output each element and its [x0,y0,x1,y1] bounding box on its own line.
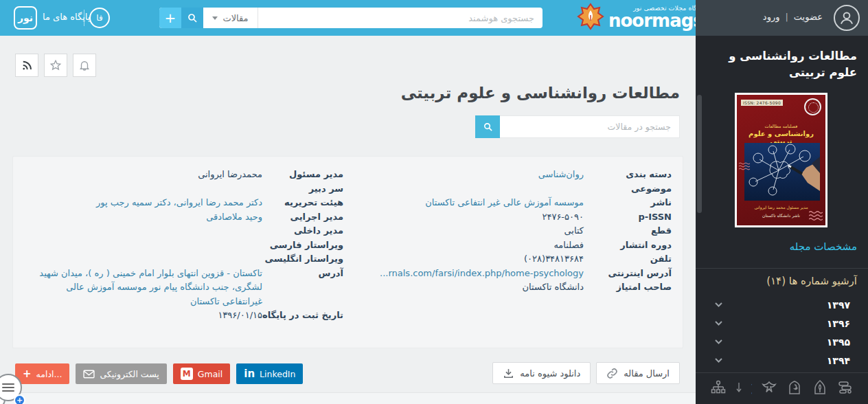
download-guide-button[interactable]: دانلود شیوه نامه [492,362,591,384]
bird-emblem-icon[interactable] [761,379,777,396]
detail-row: ویراستار انگلیسی [24,252,343,267]
detail-row: آدرستاکستان - قزوین انتهای بلوار امام خم… [24,267,343,309]
detail-value-link[interactable]: دکتر محمد رضا ایروانی، دکتر سمیه رجب پور [96,196,262,210]
gmail-icon: M [181,368,193,380]
article-search-bar [475,115,680,138]
notifications-button[interactable] [73,54,96,77]
account-links: ورود | عضویت [763,12,823,22]
wave-ornament-icon [809,210,823,221]
noormags-star-icon [577,3,604,30]
detail-row: ناشرموسسه آموزش عالی غیر انتفاعی تاکستان [343,196,672,210]
favorite-button[interactable] [44,54,67,77]
press-stack-icon[interactable] [837,379,854,396]
language-label: فا [96,13,102,23]
detail-label: سر دبیر [262,182,343,197]
article-search-input[interactable] [500,115,680,138]
sidebar-item-journal-specs[interactable]: مشخصات مجله [790,240,857,253]
hierarchy-icon[interactable] [710,379,727,396]
sidebar-divider [696,268,868,269]
manuscript-arch-icon[interactable] [786,379,803,396]
brand-wordmark: noormags [608,12,703,30]
cover-photo [744,143,820,201]
page: نور پایگاه های ما فا + مقالات پایگاه مجل… [0,0,868,404]
address-link[interactable]: تاکستان - قزوین انتهای بلوار امام خمینی … [25,267,262,309]
archive-year-1396[interactable]: ۱۳۹۶ [696,314,868,333]
sidebar-journal-title: مطالعات روانشناسی و علوم تربیتی [696,36,868,81]
noor-logo-icon[interactable]: نور [14,6,37,30]
chevron-down-icon [715,302,722,307]
noormags-brand[interactable]: پایگاه مجلات تخصصی نور noormags [577,3,703,30]
search-icon [483,122,493,132]
svg-text:الف: الف [751,381,752,387]
signup-link[interactable]: عضویت [794,12,823,22]
detail-row: هیئت تحریریهدکتر محمد رضا ایروانی، دکتر … [24,196,343,210]
article-search-button[interactable] [475,115,500,138]
login-link[interactable]: ورود [763,12,780,22]
detail-row: دسته بندی موضوعیروان‌شناسی [343,168,672,196]
download-icon [503,368,514,379]
user-avatar[interactable] [834,5,860,31]
cover-manager-line: مدیر مسئول محمد رضا ایروانی [737,205,825,210]
journal-website-link[interactable]: ...rnals.com/farsi/index.php/home-psycho… [380,267,584,281]
detail-label: ویراستار انگلیسی [262,252,343,267]
svg-text:ی: ی [751,388,752,395]
footer-divider [0,392,696,404]
chevron-down-icon [715,321,722,326]
pen-dome-icon[interactable] [812,379,828,396]
share-gmail-button[interactable]: M Gmail [173,363,230,384]
rss-icon [21,59,33,71]
noor-products-bar: الفی [696,379,868,396]
wave-ornament-icon [739,162,750,172]
sidebar-scrollbar[interactable] [697,95,702,213]
detail-value: محمدرضا ایروانی [198,168,262,182]
year-label: ۱۳۹۴ [827,355,850,366]
cover-issn: ISSN: 2476-5090 [741,100,783,106]
person-icon [838,9,856,27]
chevron-down-icon [715,339,722,344]
search-button[interactable] [181,8,203,28]
detail-label: هیئت تحریریه [262,196,343,210]
share-email-button[interactable]: پست الکترونیکی [76,363,166,384]
detail-value-link[interactable]: روان‌شناسی [538,168,584,182]
archive-year-1397[interactable]: ۱۳۹۷ [696,295,868,314]
detail-label: مدیر مسئول [262,168,343,182]
submit-article-button[interactable]: ارسال مقاله [596,362,680,384]
archive-year-1395[interactable]: ۱۳۹۵ [696,333,868,351]
language-toggle[interactable]: فا [89,8,110,28]
year-label: ۱۳۹۶ [827,318,850,329]
submit-article-label: ارسال مقاله [624,368,670,379]
detail-value: کتابی [564,224,584,238]
journal-cover[interactable]: ISSN: 2476-5090 فصلنامه مطالعات روانشناس… [735,93,827,227]
archive-year-1394[interactable]: ۱۳۹۴ [696,351,868,370]
share-linkedin-button[interactable]: in LinkedIn [236,363,303,384]
detail-label: آدرس [262,267,343,281]
header-search-input[interactable] [258,8,542,28]
detail-value-link[interactable]: وحید ملاصادقی [206,210,262,225]
detail-value-link[interactable]: موسسه آموزش عالی غیر انتفاعی تاکستان [425,196,584,210]
advanced-search-button[interactable]: + [159,8,181,28]
feedback-widget[interactable]: + [0,371,43,404]
bell-icon [78,59,91,71]
details-column-left: مدیر مسئولمحمدرضا ایروانی سر دبیر هیئت ت… [24,168,343,337]
detail-row: تاریخ ثبت در پایگاه۱۳۹۶/۰۱/۱۵ [24,308,343,323]
rss-button[interactable] [15,54,38,77]
archive-header[interactable]: آرشیو شماره ها (۱۴) [766,275,857,287]
envelope-icon [83,370,95,379]
sidebar-divider [696,372,868,373]
detail-label: مدیر داخلی [262,224,343,238]
detail-row: مدیر داخلی [24,224,343,238]
share-email-label: پست الکترونیکی [100,369,159,379]
detail-label: دسته بندی موضوعی [584,168,672,196]
search-scope-dropdown[interactable]: مقالات [203,8,258,28]
detail-row: دوره انتشارفصلنامه [343,238,672,253]
detail-label: آدرس اینترنتی [584,267,672,281]
detail-row: قطعکتابی [343,224,672,238]
our-sites-link[interactable]: پایگاه های ما [43,12,90,22]
detail-row: ویراستار فارسی [24,238,343,253]
header-search-bar: + مقالات [159,8,542,28]
detail-label: دوره انتشار [584,238,672,253]
alphabet-sort-icon[interactable]: الفی [735,379,752,396]
add-comment-icon: + [14,394,25,404]
detail-label: ناشر [584,196,672,210]
top-header: نور پایگاه های ما فا + مقالات پایگاه مجل… [0,0,696,36]
